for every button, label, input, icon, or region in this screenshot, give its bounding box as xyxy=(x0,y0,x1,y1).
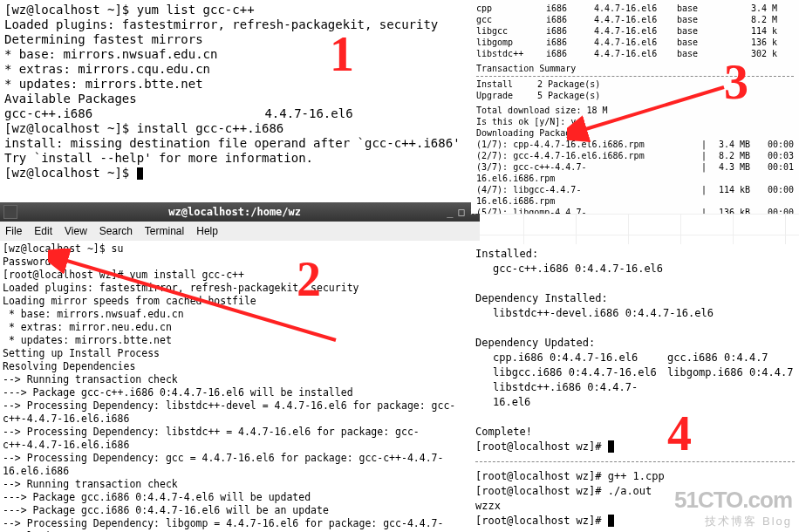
status-line: Total download size: 18 M xyxy=(476,105,794,116)
menu-terminal[interactable]: Terminal xyxy=(145,225,184,237)
pkg-size: 8.2 M xyxy=(725,14,777,25)
package-row: cppi6864.4.7-16.el6base3.4 M xyxy=(476,3,794,14)
dl-file: (3/7): gcc-c++-4.4.7-16.el6.i686.rpm xyxy=(476,161,651,184)
dl-size: 4.3 MB xyxy=(707,161,750,184)
menu-help[interactable]: Help xyxy=(196,225,218,237)
menu-file[interactable]: File xyxy=(5,225,22,237)
term-line: install: missing destination file operan… xyxy=(4,136,467,151)
cursor-icon xyxy=(608,440,614,453)
term-line[interactable]: [wz@localhost ~]$ xyxy=(4,166,467,181)
menu-view[interactable]: View xyxy=(65,225,87,237)
pkg-repo: base xyxy=(677,3,725,14)
dep-row: cpp.i686 0:4.4.7-16.el6 gcc.i686 0:4.4.7 xyxy=(493,351,795,365)
pkg-name: libgcc xyxy=(476,25,546,37)
pkg-repo: base xyxy=(677,37,725,48)
dl-time: 00:03 xyxy=(750,150,794,161)
pkg-repo: base xyxy=(677,25,725,37)
section-header: Dependency Updated: xyxy=(475,336,795,351)
pkg-arch: i686 xyxy=(546,48,594,59)
download-row: (2/7): gcc-4.4.7-16.el6.i686.rpm|8.2 MB0… xyxy=(476,150,794,161)
pkg-line: cpp.i686 0:4.4.7-16.el6 xyxy=(493,351,667,365)
dl-size: 8.2 MB xyxy=(707,150,750,161)
window-menubar: File Edit View Search Terminal Help xyxy=(0,222,480,241)
term-line: Available Packages xyxy=(4,92,467,106)
trans-val: 5 Package(s) xyxy=(537,90,794,101)
term-line: Determining fastest mirrors xyxy=(4,32,467,47)
download-row: (4/7): libgcc-4.4.7-16.el6.i686.rpm|114 … xyxy=(476,184,794,207)
pkg-ver: 4.4.7-16.el6 xyxy=(594,14,677,25)
dl-bar: | xyxy=(651,207,707,214)
terminal-window-2: wz@localhost:/home/wz _ □ × File Edit Vi… xyxy=(0,202,480,532)
pkg-size: 114 k xyxy=(725,25,777,37)
maximize-icon[interactable]: □ xyxy=(459,206,465,218)
pkg-name: libgomp xyxy=(476,37,546,48)
status-line: Downloading Packages: xyxy=(476,127,794,139)
pkg-repo: base xyxy=(677,14,725,25)
menu-search[interactable]: Search xyxy=(99,225,133,237)
pkg-line: libgcc.i686 0:4.4.7-16.el6 xyxy=(493,365,667,380)
pkg-name: libstdc++ xyxy=(476,48,546,59)
watermark: 51CTO.com 技术博客 Blog xyxy=(674,487,792,529)
terminal-app-icon xyxy=(3,205,17,219)
package-row: gcci6864.4.7-16.el6base8.2 M xyxy=(476,14,794,25)
pkg-ver: 4.4.7-16.el6 xyxy=(594,37,677,48)
term-line: [wz@localhost ~]$ yum list gcc-c++ xyxy=(4,3,467,17)
separator xyxy=(476,76,794,77)
pkg-arch: i686 xyxy=(546,37,594,48)
prompt-line[interactable]: Is this ok [y/N]: y xyxy=(476,116,794,127)
dl-bar: | xyxy=(651,139,707,150)
pkg-ver: 4.4.7-16.el6 xyxy=(594,25,677,37)
pkg-size: 136 k xyxy=(725,37,777,48)
term-line: Loaded plugins: fastestmirror, refresh-p… xyxy=(4,17,467,32)
transaction-row: Upgrade 5 Package(s) xyxy=(476,90,794,101)
terminal-panel-3: cppi6864.4.7-16.el6base3.4 Mgcci6864.4.7… xyxy=(471,0,799,214)
download-row: (5/7): libgomp-4.4.7-16.el6.i686.rpm|136… xyxy=(476,207,794,214)
term-line[interactable]: [root@localhost wz]# xyxy=(475,440,795,454)
dl-time: 00:01 xyxy=(750,161,794,184)
section-header: Transaction Summary xyxy=(476,63,794,74)
pkg-name: cpp xyxy=(476,3,546,14)
term-line: * extras: mirrors.cqu.edu.cn xyxy=(4,62,467,77)
term-line: * updates: mirrors.btte.net xyxy=(4,77,467,92)
term-line: gcc-c++.i686 4.4.7-16.el6 xyxy=(4,106,467,121)
term-line: Try `install --help' for more informatio… xyxy=(4,151,467,166)
pkg-line: gcc.i686 0:4.4.7 xyxy=(667,351,795,365)
package-row: libgcci6864.4.7-16.el6base114 k xyxy=(476,25,794,37)
pkg-ver: 4.4.7-16.el6 xyxy=(594,3,677,14)
separator xyxy=(475,461,795,462)
pkg-arch: i686 xyxy=(546,14,594,25)
trans-key: Upgrade xyxy=(476,90,537,101)
pkg-version: 4.4.7-16.el6 xyxy=(264,106,352,120)
pkg-name: gcc-c++.i686 xyxy=(4,106,257,121)
download-list: (1/7): cpp-4.4.7-16.el6.i686.rpm|3.4 MB0… xyxy=(476,139,794,214)
window-titlebar[interactable]: wz@localhost:/home/wz _ □ × xyxy=(0,202,480,222)
download-row: (1/7): cpp-4.4.7-16.el6.i686.rpm|3.4 MB0… xyxy=(476,139,794,150)
dl-time: 00:00 xyxy=(750,184,794,207)
menu-edit[interactable]: Edit xyxy=(34,225,52,237)
package-list: cppi6864.4.7-16.el6base3.4 Mgcci6864.4.7… xyxy=(476,3,794,59)
download-row: (3/7): gcc-c++-4.4.7-16.el6.i686.rpm|4.3… xyxy=(476,161,794,184)
trans-key: Install xyxy=(476,78,537,90)
dl-file: (4/7): libgcc-4.4.7-16.el6.i686.rpm xyxy=(476,184,651,207)
cursor-icon xyxy=(608,515,614,527)
pkg-size: 302 k xyxy=(725,48,777,59)
watermark-logo: 51CTO.com xyxy=(674,487,792,514)
term-line: [wz@localhost ~]$ install gcc-c++.i686 xyxy=(4,121,467,136)
minimize-icon[interactable]: _ xyxy=(447,206,453,218)
dl-bar: | xyxy=(651,161,707,184)
dl-size: 3.4 MB xyxy=(707,139,750,150)
prompt: [wz@localhost ~]$ xyxy=(4,166,137,180)
pkg-arch: i686 xyxy=(546,25,594,37)
pkg-arch: i686 xyxy=(546,3,594,14)
package-row: libgompi6864.4.7-16.el6base136 k xyxy=(476,37,794,48)
terminal-output[interactable]: [wz@localhost ~]$ su Password: [root@loc… xyxy=(0,241,480,532)
section-header: Dependency Installed: xyxy=(475,291,795,306)
pkg-name: gcc xyxy=(476,14,546,25)
pkg-line: libstdc++-devel.i686 0:4.4.7-16.el6 xyxy=(493,306,795,321)
dep-row: libgcc.i686 0:4.4.7-16.el6 libgomp.i686 … xyxy=(493,365,795,380)
pkg-line: gcc-c++.i686 0:4.4.7-16.el6 xyxy=(493,262,795,276)
pkg-line: libgomp.i686 0:4.4.7 xyxy=(667,365,795,380)
dl-size: 136 kB xyxy=(707,207,750,214)
watermark-sub: 技术博客 Blog xyxy=(674,514,792,529)
prompt: [root@localhost wz]# xyxy=(475,440,608,453)
